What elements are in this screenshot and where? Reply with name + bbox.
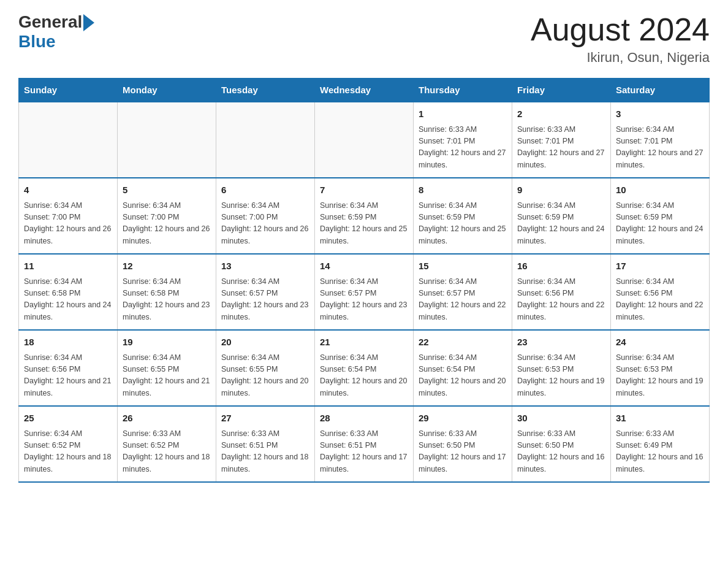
- day-info: Sunrise: 6:34 AMSunset: 6:57 PMDaylight:…: [419, 276, 507, 324]
- calendar-header-row: Sunday Monday Tuesday Wednesday Thursday…: [19, 79, 710, 102]
- day-number: 1: [419, 107, 507, 121]
- day-number: 30: [517, 412, 605, 426]
- day-number: 7: [320, 183, 408, 197]
- calendar-cell-w5-d6: 31Sunrise: 6:33 AMSunset: 6:49 PMDayligh…: [611, 406, 710, 482]
- calendar-cell-w1-d2: [216, 102, 315, 178]
- day-number: 8: [419, 183, 507, 197]
- day-number: 22: [419, 335, 507, 350]
- calendar-cell-w4-d3: 21Sunrise: 6:34 AMSunset: 6:54 PMDayligh…: [315, 330, 414, 406]
- day-info: Sunrise: 6:34 AMSunset: 6:57 PMDaylight:…: [320, 276, 408, 324]
- day-number: 20: [221, 335, 309, 350]
- day-number: 10: [616, 183, 704, 197]
- calendar-cell-w2-d0: 4Sunrise: 6:34 AMSunset: 7:00 PMDaylight…: [19, 178, 118, 254]
- calendar-subtitle: Ikirun, Osun, Nigeria: [531, 50, 710, 66]
- day-number: 12: [123, 259, 211, 274]
- day-info: Sunrise: 6:33 AMSunset: 6:52 PMDaylight:…: [123, 428, 211, 476]
- day-number: 15: [419, 259, 507, 274]
- calendar-cell-w2-d5: 9Sunrise: 6:34 AMSunset: 6:59 PMDaylight…: [512, 178, 611, 254]
- calendar-cell-w1-d3: [315, 102, 414, 178]
- header-sunday: Sunday: [19, 79, 118, 102]
- calendar-cell-w3-d6: 17Sunrise: 6:34 AMSunset: 6:56 PMDayligh…: [611, 254, 710, 330]
- day-number: 13: [221, 259, 309, 274]
- calendar-cell-w3-d3: 14Sunrise: 6:34 AMSunset: 6:57 PMDayligh…: [315, 254, 414, 330]
- calendar-cell-w3-d5: 16Sunrise: 6:34 AMSunset: 6:56 PMDayligh…: [512, 254, 611, 330]
- logo-blue-text: Blue: [18, 32, 56, 52]
- calendar-table: Sunday Monday Tuesday Wednesday Thursday…: [18, 78, 710, 483]
- day-number: 19: [123, 335, 211, 350]
- day-info: Sunrise: 6:34 AMSunset: 6:52 PMDaylight:…: [24, 428, 112, 476]
- day-info: Sunrise: 6:34 AMSunset: 6:54 PMDaylight:…: [419, 352, 507, 400]
- calendar-week-5: 25Sunrise: 6:34 AMSunset: 6:52 PMDayligh…: [19, 406, 710, 482]
- day-number: 5: [123, 183, 211, 197]
- header-wednesday: Wednesday: [315, 79, 414, 102]
- day-number: 24: [616, 335, 704, 350]
- day-info: Sunrise: 6:34 AMSunset: 6:55 PMDaylight:…: [123, 352, 211, 400]
- calendar-cell-w1-d6: 3Sunrise: 6:34 AMSunset: 7:01 PMDaylight…: [611, 102, 710, 178]
- calendar-cell-w4-d4: 22Sunrise: 6:34 AMSunset: 6:54 PMDayligh…: [414, 330, 512, 406]
- day-info: Sunrise: 6:34 AMSunset: 6:53 PMDaylight:…: [616, 352, 704, 400]
- calendar-cell-w3-d4: 15Sunrise: 6:34 AMSunset: 6:57 PMDayligh…: [414, 254, 512, 330]
- calendar-cell-w1-d0: [19, 102, 118, 178]
- calendar-cell-w1-d4: 1Sunrise: 6:33 AMSunset: 7:01 PMDaylight…: [414, 102, 512, 178]
- day-info: Sunrise: 6:34 AMSunset: 6:53 PMDaylight:…: [517, 352, 605, 400]
- day-number: 3: [616, 107, 704, 121]
- day-number: 18: [24, 335, 112, 350]
- calendar-cell-w4-d2: 20Sunrise: 6:34 AMSunset: 6:55 PMDayligh…: [216, 330, 315, 406]
- calendar-title: August 2024: [531, 12, 710, 47]
- day-info: Sunrise: 6:34 AMSunset: 7:01 PMDaylight:…: [616, 124, 704, 172]
- day-info: Sunrise: 6:33 AMSunset: 6:51 PMDaylight:…: [221, 428, 309, 476]
- day-info: Sunrise: 6:34 AMSunset: 6:59 PMDaylight:…: [419, 200, 507, 248]
- logo-arrow-icon: [83, 14, 94, 31]
- day-number: 23: [517, 335, 605, 350]
- day-number: 31: [616, 412, 704, 426]
- day-number: 2: [517, 107, 605, 121]
- calendar-cell-w4-d5: 23Sunrise: 6:34 AMSunset: 6:53 PMDayligh…: [512, 330, 611, 406]
- calendar-cell-w5-d2: 27Sunrise: 6:33 AMSunset: 6:51 PMDayligh…: [216, 406, 315, 482]
- day-info: Sunrise: 6:33 AMSunset: 6:49 PMDaylight:…: [616, 428, 704, 476]
- day-info: Sunrise: 6:34 AMSunset: 6:58 PMDaylight:…: [24, 276, 112, 324]
- day-number: 9: [517, 183, 605, 197]
- day-info: Sunrise: 6:34 AMSunset: 6:59 PMDaylight:…: [616, 200, 704, 248]
- calendar-week-1: 1Sunrise: 6:33 AMSunset: 7:01 PMDaylight…: [19, 102, 710, 178]
- calendar-cell-w2-d6: 10Sunrise: 6:34 AMSunset: 6:59 PMDayligh…: [611, 178, 710, 254]
- page-header: General Blue August 2024 Ikirun, Osun, N…: [18, 12, 710, 66]
- day-number: 6: [221, 183, 309, 197]
- day-info: Sunrise: 6:34 AMSunset: 6:56 PMDaylight:…: [24, 352, 112, 400]
- day-info: Sunrise: 6:33 AMSunset: 6:50 PMDaylight:…: [419, 428, 507, 476]
- calendar-cell-w5-d4: 29Sunrise: 6:33 AMSunset: 6:50 PMDayligh…: [414, 406, 512, 482]
- calendar-cell-w5-d5: 30Sunrise: 6:33 AMSunset: 6:50 PMDayligh…: [512, 406, 611, 482]
- calendar-cell-w4-d0: 18Sunrise: 6:34 AMSunset: 6:56 PMDayligh…: [19, 330, 118, 406]
- header-monday: Monday: [118, 79, 216, 102]
- day-info: Sunrise: 6:34 AMSunset: 6:56 PMDaylight:…: [517, 276, 605, 324]
- day-info: Sunrise: 6:34 AMSunset: 6:57 PMDaylight:…: [221, 276, 309, 324]
- header-friday: Friday: [512, 79, 611, 102]
- day-info: Sunrise: 6:33 AMSunset: 7:01 PMDaylight:…: [517, 124, 605, 172]
- day-info: Sunrise: 6:34 AMSunset: 6:56 PMDaylight:…: [616, 276, 704, 324]
- day-info: Sunrise: 6:34 AMSunset: 6:59 PMDaylight:…: [517, 200, 605, 248]
- day-info: Sunrise: 6:34 AMSunset: 6:58 PMDaylight:…: [123, 276, 211, 324]
- day-number: 21: [320, 335, 408, 350]
- calendar-cell-w3-d0: 11Sunrise: 6:34 AMSunset: 6:58 PMDayligh…: [19, 254, 118, 330]
- day-number: 28: [320, 412, 408, 426]
- day-info: Sunrise: 6:34 AMSunset: 7:00 PMDaylight:…: [221, 200, 309, 248]
- calendar-cell-w3-d1: 12Sunrise: 6:34 AMSunset: 6:58 PMDayligh…: [118, 254, 216, 330]
- calendar-cell-w4-d6: 24Sunrise: 6:34 AMSunset: 6:53 PMDayligh…: [611, 330, 710, 406]
- calendar-cell-w2-d2: 6Sunrise: 6:34 AMSunset: 7:00 PMDaylight…: [216, 178, 315, 254]
- logo-general-text: General: [18, 12, 82, 32]
- day-number: 14: [320, 259, 408, 274]
- day-info: Sunrise: 6:34 AMSunset: 6:54 PMDaylight:…: [320, 352, 408, 400]
- day-number: 16: [517, 259, 605, 274]
- calendar-cell-w3-d2: 13Sunrise: 6:34 AMSunset: 6:57 PMDayligh…: [216, 254, 315, 330]
- calendar-week-2: 4Sunrise: 6:34 AMSunset: 7:00 PMDaylight…: [19, 178, 710, 254]
- title-block: August 2024 Ikirun, Osun, Nigeria: [531, 12, 710, 66]
- day-number: 4: [24, 183, 112, 197]
- day-number: 26: [123, 412, 211, 426]
- day-info: Sunrise: 6:33 AMSunset: 7:01 PMDaylight:…: [419, 124, 507, 172]
- calendar-cell-w5-d1: 26Sunrise: 6:33 AMSunset: 6:52 PMDayligh…: [118, 406, 216, 482]
- calendar-cell-w2-d4: 8Sunrise: 6:34 AMSunset: 6:59 PMDaylight…: [414, 178, 512, 254]
- day-number: 17: [616, 259, 704, 274]
- calendar-cell-w2-d3: 7Sunrise: 6:34 AMSunset: 6:59 PMDaylight…: [315, 178, 414, 254]
- calendar-cell-w5-d0: 25Sunrise: 6:34 AMSunset: 6:52 PMDayligh…: [19, 406, 118, 482]
- calendar-week-4: 18Sunrise: 6:34 AMSunset: 6:56 PMDayligh…: [19, 330, 710, 406]
- header-saturday: Saturday: [611, 79, 710, 102]
